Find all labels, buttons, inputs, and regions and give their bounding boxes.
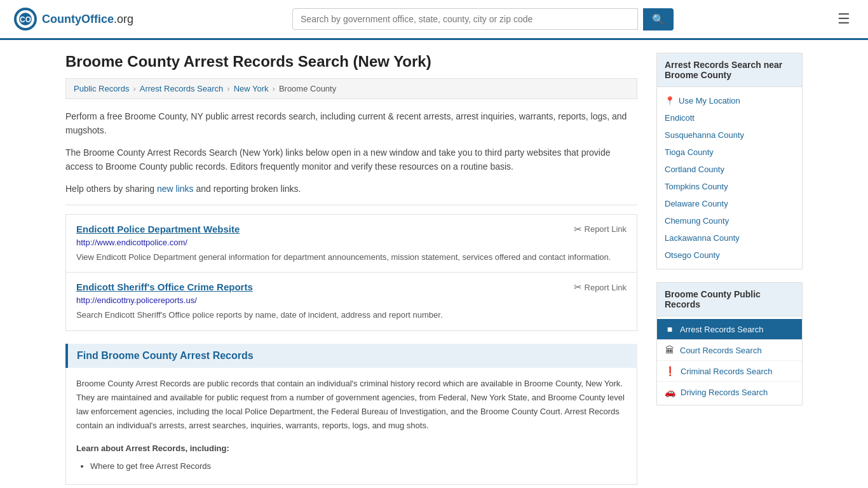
- hamburger-icon: ☰: [837, 11, 850, 27]
- find-section-body: Broome County Arrest Records are public …: [65, 368, 637, 485]
- use-location-item[interactable]: 📍 Use My Location: [657, 92, 802, 109]
- learn-list-item-0: Where to get free Arrest Records: [90, 459, 627, 473]
- pr-icon-2: ❗: [665, 366, 675, 376]
- nearby-link-8[interactable]: Otsego County: [665, 250, 720, 260]
- nearby-item-0[interactable]: Endicott: [657, 109, 802, 126]
- nearby-item-6[interactable]: Chemung County: [657, 212, 802, 229]
- nearby-item-8[interactable]: Otsego County: [657, 247, 802, 264]
- pr-link-0[interactable]: Arrest Records Search: [680, 325, 764, 334]
- nearby-item-2[interactable]: Tioga County: [657, 144, 802, 161]
- search-area: 🔍: [292, 8, 674, 30]
- search-input[interactable]: [292, 8, 638, 30]
- pr-link-3[interactable]: Driving Records Search: [681, 388, 768, 397]
- breadcrumb-arrest-records[interactable]: Arrest Records Search: [140, 84, 224, 93]
- logo-text: CountyOffice.org: [42, 13, 133, 26]
- pr-icon-1: 🏛: [665, 345, 675, 355]
- location-pin-icon: 📍: [665, 96, 675, 105]
- scissor-icon-0: ✂: [574, 224, 582, 235]
- pr-item-0[interactable]: ■ Arrest Records Search: [657, 319, 802, 340]
- report-link-button-1[interactable]: ✂ Report Link: [574, 281, 627, 293]
- logo-suffix-text: .org: [114, 13, 133, 25]
- logo-icon: CO: [13, 6, 38, 32]
- find-section-header: Find Broome County Arrest Records: [65, 344, 637, 368]
- scissor-icon-1: ✂: [574, 281, 582, 293]
- nearby-item-5[interactable]: Delaware County: [657, 195, 802, 212]
- record-link-card-0: Endicott Police Department Website ✂ Rep…: [65, 214, 637, 273]
- breadcrumb-sep-3: ›: [273, 84, 275, 93]
- desc-para-2: The Broome County Arrest Records Search …: [65, 146, 637, 174]
- record-links: Endicott Police Department Website ✂ Rep…: [65, 214, 637, 331]
- record-link-card-1: Endicott Sheriff's Office Crime Reports …: [65, 273, 637, 331]
- record-link-header-1: Endicott Sheriff's Office Crime Reports …: [76, 281, 627, 293]
- new-links-link[interactable]: new links: [157, 184, 194, 194]
- sidebar: Arrest Records Search near Broome County…: [656, 53, 803, 485]
- nearby-link-6[interactable]: Chemung County: [665, 216, 729, 226]
- record-link-desc-1: Search Endicott Sheriff's Office police …: [76, 309, 627, 322]
- main-layout: Broome County Arrest Records Search (New…: [53, 40, 815, 488]
- learn-list: Where to get free Arrest Records: [76, 459, 627, 473]
- nearby-link-5[interactable]: Delaware County: [665, 199, 728, 208]
- report-link-button-0[interactable]: ✂ Report Link: [574, 224, 627, 235]
- record-link-url-0[interactable]: http://www.endicottpolice.com/: [76, 238, 627, 247]
- pr-link-1[interactable]: Court Records Search: [680, 346, 762, 355]
- page-title: Broome County Arrest Records Search (New…: [65, 53, 637, 71]
- description-section: Perform a free Broome County, NY public …: [65, 109, 637, 196]
- pr-item-2[interactable]: ❗ Criminal Records Search: [657, 361, 802, 382]
- nearby-link-4[interactable]: Tompkins County: [665, 182, 728, 191]
- record-link-title-1[interactable]: Endicott Sheriff's Office Crime Reports: [76, 281, 253, 292]
- nearby-header: Arrest Records Search near Broome County: [657, 53, 802, 87]
- record-link-title-0[interactable]: Endicott Police Department Website: [76, 224, 240, 234]
- pr-icon-0: ■: [665, 324, 675, 334]
- menu-button[interactable]: ☰: [832, 8, 855, 30]
- nearby-link-1[interactable]: Susquehanna County: [665, 130, 744, 140]
- site-header: CO CountyOffice.org 🔍 ☰: [0, 0, 868, 40]
- nearby-item-4[interactable]: Tompkins County: [657, 178, 802, 195]
- search-button[interactable]: 🔍: [643, 8, 674, 30]
- nearby-link-2[interactable]: Tioga County: [665, 147, 714, 157]
- desc-para3-suffix: and reporting broken links.: [194, 184, 301, 194]
- pr-link-2[interactable]: Criminal Records Search: [681, 367, 773, 376]
- divider-1: [65, 205, 637, 205]
- report-link-label-0: Report Link: [585, 224, 627, 234]
- public-records-section: Broome County Public Records ■ Arrest Re…: [656, 282, 803, 405]
- pr-item-3[interactable]: 🚗 Driving Records Search: [657, 382, 802, 402]
- nearby-item-1[interactable]: Susquehanna County: [657, 126, 802, 144]
- breadcrumb-sep-1: ›: [133, 84, 135, 93]
- record-link-url-1[interactable]: http://endicottny.policereports.us/: [76, 295, 627, 305]
- svg-text:CO: CO: [20, 15, 31, 24]
- pr-icon-3: 🚗: [665, 387, 675, 397]
- main-content: Broome County Arrest Records Search (New…: [65, 53, 637, 485]
- learn-label: Learn about Arrest Records, including:: [76, 442, 627, 456]
- record-link-header-0: Endicott Police Department Website ✂ Rep…: [76, 224, 627, 235]
- nearby-link-0[interactable]: Endicott: [665, 113, 695, 123]
- find-section-body-text: Broome County Arrest Records are public …: [76, 379, 625, 430]
- breadcrumb-new-york[interactable]: New York: [234, 84, 269, 93]
- nearby-item-7[interactable]: Lackawanna County: [657, 229, 802, 247]
- report-link-label-1: Report Link: [585, 283, 627, 292]
- nearby-link-7[interactable]: Lackawanna County: [665, 233, 740, 243]
- find-section: Find Broome County Arrest Records Broome…: [65, 344, 637, 485]
- nearby-link-3[interactable]: Cortland County: [665, 165, 724, 174]
- nearby-section: Arrest Records Search near Broome County…: [656, 53, 803, 269]
- search-icon: 🔍: [652, 14, 665, 25]
- breadcrumb-sep-2: ›: [227, 84, 229, 93]
- desc-para3-prefix: Help others by sharing: [65, 184, 157, 194]
- public-records-list: ■ Arrest Records Search 🏛 Court Records …: [657, 316, 802, 405]
- desc-para-3: Help others by sharing new links and rep…: [65, 182, 637, 196]
- public-records-header: Broome County Public Records: [657, 283, 802, 316]
- desc-para-1: Perform a free Broome County, NY public …: [65, 109, 637, 138]
- logo-main-text: CountyOffice: [42, 13, 114, 25]
- nearby-list: 📍 Use My Location Endicott Susquehanna C…: [657, 87, 802, 269]
- pr-item-1[interactable]: 🏛 Court Records Search: [657, 340, 802, 361]
- breadcrumb-public-records[interactable]: Public Records: [74, 84, 129, 93]
- nearby-item-3[interactable]: Cortland County: [657, 161, 802, 178]
- breadcrumb: Public Records › Arrest Records Search ›…: [65, 78, 637, 99]
- record-link-desc-0: View Endicott Police Department general …: [76, 251, 627, 264]
- use-location-label: Use My Location: [679, 96, 740, 105]
- logo-area: CO CountyOffice.org: [13, 6, 133, 32]
- breadcrumb-current: Broome County: [279, 84, 336, 93]
